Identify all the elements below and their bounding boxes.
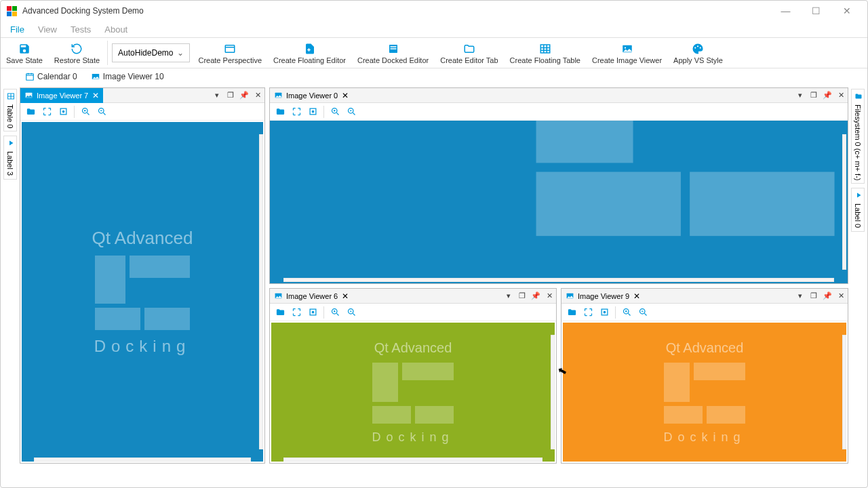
- scrollbar-v[interactable]: [551, 335, 555, 449]
- perspective-select[interactable]: AutoHideDemo: [112, 43, 190, 62]
- image-icon: [620, 42, 634, 56]
- svg-line-61: [644, 313, 646, 315]
- autohide-top-tabs: Calendar 0 Image Viewer 10: [1, 68, 867, 85]
- zoom-out-icon[interactable]: [344, 104, 359, 119]
- zoom-in-icon[interactable]: [619, 305, 634, 320]
- pane-tab-iv7[interactable]: Image Viewer 7 ✕: [20, 88, 103, 103]
- actual-size-icon[interactable]: [305, 305, 320, 320]
- image-content: Qt Advanced Docking: [563, 323, 846, 462]
- svg-point-35: [312, 110, 314, 113]
- save-state-button[interactable]: Save State: [1, 38, 49, 68]
- svg-line-41: [353, 113, 355, 115]
- close-icon[interactable]: ✕: [834, 88, 848, 103]
- image-content: Qt Advanced Docking: [271, 323, 555, 462]
- menu-tests[interactable]: Tests: [64, 23, 98, 36]
- side-tab-label3[interactable]: Label 3: [3, 136, 17, 179]
- actual-size-icon[interactable]: [305, 104, 320, 119]
- create-editor-tab-button[interactable]: Create Editor Tab: [435, 38, 504, 68]
- fit-icon[interactable]: [39, 104, 54, 119]
- tab-close-icon[interactable]: ✕: [92, 91, 99, 100]
- side-tab-table[interactable]: Table 0: [3, 89, 17, 131]
- create-docked-editor-button[interactable]: Create Docked Editor: [352, 38, 435, 68]
- svg-rect-3: [390, 46, 396, 47]
- image-icon: [566, 291, 575, 301]
- zoom-in-icon[interactable]: [78, 104, 93, 119]
- menubar: File View Tests About: [1, 21, 867, 37]
- pane-tab-iv0[interactable]: Image Viewer 0 ✕: [270, 88, 353, 103]
- table-icon: [5, 92, 15, 102]
- tab-menu-icon[interactable]: ▾: [793, 88, 807, 103]
- create-perspective-button[interactable]: Create Perspective: [193, 38, 268, 68]
- scrollbar-h[interactable]: [283, 458, 542, 462]
- close-icon[interactable]: ✕: [834, 289, 848, 304]
- fit-icon[interactable]: [289, 104, 304, 119]
- undock-icon[interactable]: ❐: [807, 88, 821, 103]
- scrollbar-v[interactable]: [842, 134, 846, 270]
- restore-state-button[interactable]: Restore State: [49, 38, 106, 68]
- titlebar: Advanced Docking System Demo — ☐ ✕: [1, 1, 867, 21]
- svg-line-51: [353, 313, 355, 315]
- tab-image-viewer-10[interactable]: Image Viewer 10: [85, 70, 170, 83]
- create-image-viewer-button[interactable]: Create Image Viewer: [587, 38, 668, 68]
- svg-rect-5: [540, 45, 550, 53]
- palette-icon: [691, 42, 705, 56]
- pane-tab-iv9[interactable]: Image Viewer 9 ✕: [561, 289, 644, 304]
- image-content: Qt Advanced Docking: [22, 122, 263, 462]
- autohide-left-tabs: Table 0 Label 3: [3, 87, 17, 464]
- tab-close-icon[interactable]: ✕: [633, 291, 640, 301]
- maximize-button[interactable]: ☐: [801, 1, 831, 21]
- tab-close-icon[interactable]: ✕: [342, 91, 349, 100]
- pane-image-viewer-7: Image Viewer 7 ✕ ▾ ❐ 📌 ✕: [20, 87, 265, 464]
- minimize-button[interactable]: —: [770, 1, 801, 21]
- zoom-in-icon[interactable]: [328, 104, 342, 119]
- svg-point-55: [604, 311, 606, 313]
- undock-icon[interactable]: ❐: [224, 88, 237, 103]
- scrollbar-h[interactable]: [283, 278, 834, 282]
- tab-menu-icon[interactable]: ▾: [502, 289, 515, 304]
- pin-icon[interactable]: 📌: [821, 289, 834, 304]
- zoom-out-icon[interactable]: [635, 305, 650, 320]
- close-button[interactable]: ✕: [831, 1, 862, 21]
- tab-calendar[interactable]: Calendar 0: [20, 70, 83, 83]
- menu-about[interactable]: About: [98, 23, 134, 36]
- pin-icon[interactable]: 📌: [529, 289, 542, 304]
- menu-view[interactable]: View: [31, 23, 64, 36]
- scrollbar-h[interactable]: [34, 458, 251, 462]
- open-image-icon[interactable]: [273, 305, 288, 320]
- close-icon[interactable]: ✕: [251, 88, 264, 103]
- create-floating-table-button[interactable]: Create Floating Table: [505, 38, 587, 68]
- pane-toolbar: [20, 103, 264, 121]
- create-floating-editor-button[interactable]: Create Floating Editor: [268, 38, 352, 68]
- zoom-out-icon[interactable]: [344, 305, 359, 320]
- side-tab-label0[interactable]: Label 0: [851, 188, 865, 231]
- play-icon: [853, 191, 863, 201]
- pin-icon[interactable]: 📌: [237, 88, 251, 103]
- tab-close-icon[interactable]: ✕: [342, 291, 349, 301]
- scrollbar-v[interactable]: [842, 335, 846, 449]
- autohide-right-tabs: Filesystem 0 (c+ m+ f-) Label 0: [851, 87, 865, 464]
- pin-icon[interactable]: 📌: [821, 88, 834, 103]
- tab-menu-icon[interactable]: ▾: [793, 289, 807, 304]
- open-image-icon[interactable]: [273, 104, 288, 119]
- apply-vs-style-button[interactable]: Apply VS Style: [668, 38, 729, 68]
- svg-point-12: [695, 47, 696, 48]
- close-icon[interactable]: ✕: [542, 289, 556, 304]
- actual-size-icon[interactable]: [597, 305, 612, 320]
- undock-icon[interactable]: ❐: [515, 289, 529, 304]
- svg-point-11: [624, 47, 625, 48]
- scrollbar-v[interactable]: [259, 134, 263, 449]
- fit-icon[interactable]: [580, 305, 595, 320]
- menu-file[interactable]: File: [3, 23, 31, 36]
- undock-icon[interactable]: ❐: [807, 289, 821, 304]
- svg-point-14: [700, 47, 701, 48]
- side-tab-filesystem[interactable]: Filesystem 0 (c+ m+ f-): [851, 89, 865, 184]
- svg-line-57: [628, 313, 630, 315]
- pane-tab-iv6[interactable]: Image Viewer 6 ✕: [270, 289, 353, 304]
- actual-size-icon[interactable]: [56, 104, 71, 119]
- open-image-icon[interactable]: [564, 305, 579, 320]
- zoom-in-icon[interactable]: [328, 305, 342, 320]
- zoom-out-icon[interactable]: [94, 104, 109, 119]
- fit-icon[interactable]: [289, 305, 304, 320]
- open-image-icon[interactable]: [23, 104, 38, 119]
- tab-menu-icon[interactable]: ▾: [210, 88, 224, 103]
